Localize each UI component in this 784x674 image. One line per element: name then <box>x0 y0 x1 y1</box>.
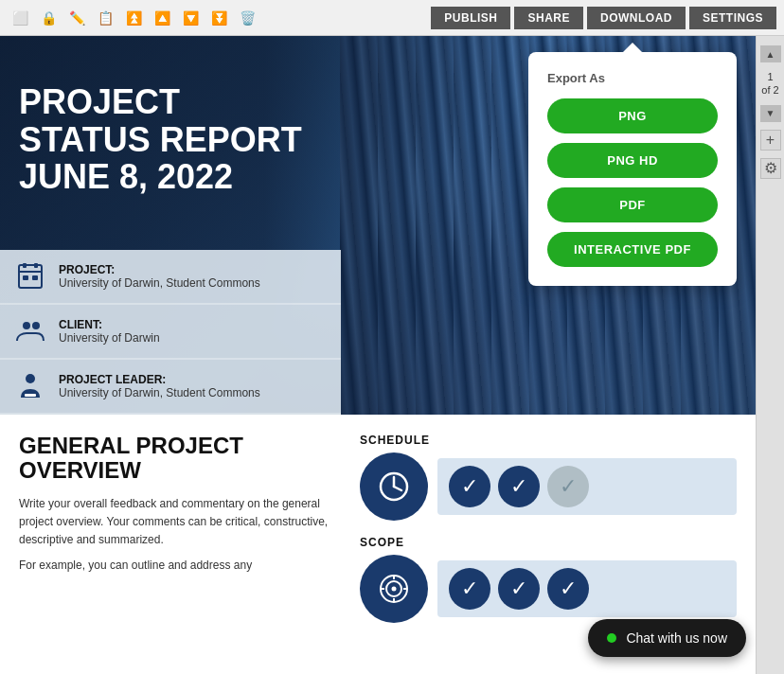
toolbar-right-buttons: PUBLISH SHARE DOWNLOAD SETTINGS <box>431 7 776 29</box>
info-card-client: CLIENT: University of Darwin <box>0 305 341 360</box>
svg-point-15 <box>392 587 397 592</box>
arrow-down2-icon[interactable]: ⏬ <box>206 6 231 30</box>
scope-check-3: ✓ <box>547 568 589 610</box>
svg-rect-0 <box>19 265 42 288</box>
overview-title: GENERAL PROJECT OVERVIEW <box>19 434 341 484</box>
overview-title-line1: GENERAL PROJECT <box>19 434 341 458</box>
chat-label: Chat with us now <box>626 630 727 646</box>
schedule-checks: ✓ ✓ ✓ <box>437 458 737 515</box>
schedule-row: SCHEDULE ✓ ✓ ✓ <box>360 434 737 521</box>
overview-title-line2: OVERVIEW <box>19 458 341 483</box>
schedule-icons: ✓ ✓ ✓ <box>360 452 737 521</box>
export-dropdown: Export As PNG PNG HD PDF INTERACTIVE PDF <box>528 52 737 286</box>
scope-target-icon <box>360 555 428 623</box>
overview-text1: Write your overall feedback and commenta… <box>19 495 341 550</box>
settings-panel-button[interactable]: ⚙ <box>760 158 781 179</box>
info-card-project-text: PROJECT: University of Darwin, Student C… <box>59 263 260 290</box>
frame-icon[interactable]: ⬜ <box>8 6 32 30</box>
zoom-in-button[interactable]: + <box>760 130 781 151</box>
svg-point-7 <box>32 322 40 329</box>
scope-label: SCOPE <box>360 536 737 549</box>
svg-line-12 <box>394 487 401 490</box>
hero-title-line2: STATUS REPORT <box>19 121 302 159</box>
info-card-leader-label: PROJECT LEADER: <box>59 373 260 386</box>
scope-icons: ✓ ✓ ✓ <box>360 555 737 623</box>
share-button[interactable]: SHARE <box>514 7 583 29</box>
info-card-client-label: CLIENT: <box>59 318 160 331</box>
download-button[interactable]: DOWNLOAD <box>587 7 686 29</box>
schedule-check-2: ✓ <box>498 466 540 507</box>
svg-rect-2 <box>34 263 38 268</box>
leader-icon <box>13 369 47 403</box>
info-card-leader-text: PROJECT LEADER: University of Darwin, St… <box>59 373 260 399</box>
overview-left: GENERAL PROJECT OVERVIEW Write your over… <box>19 434 341 655</box>
scope-check-1: ✓ <box>449 568 490 610</box>
scroll-down-button[interactable]: ▼ <box>760 105 781 122</box>
hero-title-line3: JUNE 8, 2022 <box>19 158 302 196</box>
info-card-leader-value: University of Darwin, Student Commons <box>59 386 260 399</box>
settings-button[interactable]: SETTINGS <box>689 7 776 29</box>
scope-checks: ✓ ✓ ✓ <box>437 560 737 617</box>
scope-row: SCOPE <box>360 536 737 623</box>
scope-check-2: ✓ <box>498 568 540 610</box>
svg-rect-4 <box>23 275 28 280</box>
publish-button[interactable]: PUBLISH <box>431 7 510 29</box>
sidebar: ▲ 1 of 2 ▼ + ⚙ <box>756 36 784 674</box>
toolbar-left-icons: ⬜ 🔒 ✏️ 📋 ⏫ 🔼 🔽 ⏬ 🗑️ <box>8 6 259 30</box>
info-card-client-text: CLIENT: University of Darwin <box>59 318 160 345</box>
svg-rect-9 <box>25 394 36 397</box>
project-icon <box>13 259 47 293</box>
arrow-down-icon[interactable]: 🔽 <box>178 6 203 30</box>
info-card-project-value: University of Darwin, Student Commons <box>59 276 260 290</box>
export-pdf-button[interactable]: PDF <box>547 187 718 222</box>
hero-title: PROJECT STATUS REPORT JUNE 8, 2022 <box>19 83 302 196</box>
svg-rect-1 <box>23 263 27 268</box>
export-png-hd-button[interactable]: PNG HD <box>547 143 718 178</box>
page-info: 1 of 2 <box>761 70 778 98</box>
hero-title-line1: PROJECT <box>19 83 302 121</box>
svg-rect-5 <box>32 275 38 280</box>
scroll-up-button[interactable]: ▲ <box>760 45 781 62</box>
info-cards: PROJECT: University of Darwin, Student C… <box>0 250 341 415</box>
schedule-check-1: ✓ <box>449 466 490 507</box>
chat-widget[interactable]: Chat with us now <box>588 619 746 657</box>
schedule-label: SCHEDULE <box>360 434 737 447</box>
info-card-leader: PROJECT LEADER: University of Darwin, St… <box>0 360 341 415</box>
page-total: of 2 <box>761 83 778 97</box>
copy-icon[interactable]: 📋 <box>93 6 117 30</box>
info-card-project: PROJECT: University of Darwin, Student C… <box>0 250 341 305</box>
schedule-clock-icon <box>360 452 428 521</box>
svg-point-8 <box>26 374 35 383</box>
page-current: 1 <box>761 70 778 83</box>
lock-icon[interactable]: 🔒 <box>36 6 61 30</box>
svg-point-6 <box>23 322 30 329</box>
arrow-up2-icon[interactable]: 🔼 <box>150 6 174 30</box>
delete-icon[interactable]: 🗑️ <box>235 6 259 30</box>
info-card-client-value: University of Darwin <box>59 331 160 345</box>
export-png-button[interactable]: PNG <box>547 98 718 133</box>
toolbar: ⬜ 🔒 ✏️ 📋 ⏫ 🔼 🔽 ⏬ 🗑️ PUBLISH SHARE DOWNLO… <box>0 0 784 36</box>
chat-status-dot <box>607 633 616 643</box>
arrow-up-icon[interactable]: ⏫ <box>121 6 146 30</box>
info-card-project-label: PROJECT: <box>59 263 260 276</box>
export-interactive-pdf-button[interactable]: INTERACTIVE PDF <box>547 232 718 267</box>
export-title: Export As <box>547 71 718 85</box>
schedule-check-3: ✓ <box>547 466 589 507</box>
client-icon <box>13 314 47 348</box>
edit-icon[interactable]: ✏️ <box>64 6 89 30</box>
overview-text2: For example, you can outline and address… <box>19 557 341 575</box>
hero-text-block: PROJECT STATUS REPORT JUNE 8, 2022 <box>19 83 302 196</box>
